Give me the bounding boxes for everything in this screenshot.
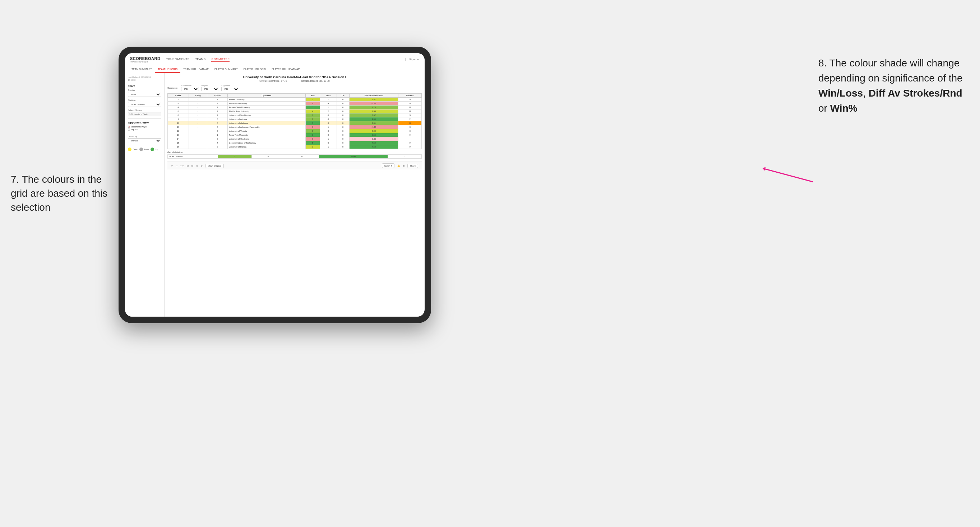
division-select[interactable]: NCAA Division I: [128, 102, 161, 107]
radio-dot-2: [128, 129, 130, 131]
colour-legend: Down Level Up: [128, 148, 161, 151]
out-of-division-table: NCAA Division II 1 0 0 26.00 3: [167, 154, 422, 159]
nav-committee[interactable]: COMMITTEE: [211, 57, 229, 62]
subnav-team-h2h-heatmap[interactable]: TEAM H2H HEATMAP: [180, 66, 212, 73]
table-row: 6 - 2 Florida State University 4 2 0 1.8…: [168, 110, 422, 113]
division-label: Division: [128, 99, 161, 101]
col-conf: # Conf: [207, 94, 228, 98]
legend-down-dot: [128, 148, 132, 151]
colour-by-select[interactable]: Win/loss: [128, 138, 161, 143]
table-row: 8 - 2 University of Washington 1 0 0 3.6…: [168, 113, 422, 117]
radio-group: Opponents Played Top 100: [128, 125, 161, 131]
col-rounds: Rounds: [398, 94, 422, 98]
col-diff: Diff Av Strokes/Rnd: [349, 94, 398, 98]
main-content: Last Updated: 27/03/2024 16:55:38 Team G…: [125, 73, 425, 317]
logo-sub: Powered by clippd: [130, 61, 160, 63]
table-row: 15 - 4 Georgia Institute of Technology 5…: [168, 141, 422, 145]
table-row: 9 - 3 University of Arizona 1 0 0 9.00 2: [168, 117, 422, 121]
arrow-right: [764, 168, 813, 183]
region-select[interactable]: (All): [201, 87, 219, 91]
arrow-right-head: [762, 166, 765, 170]
nav-items: TOURNAMENTS TEAMS COMMITTEE: [166, 57, 405, 62]
col-rank: # Rank: [168, 94, 189, 98]
app-header: SCOREBOARD Powered by clippd TOURNAMENTS…: [125, 53, 425, 66]
radio-top100[interactable]: Top 100: [128, 129, 161, 131]
table-row: 12 - 3 University of Virginia 1 0 0 2.33…: [168, 129, 422, 133]
logo-area: SCOREBOARD Powered by clippd: [130, 56, 160, 63]
school-label: School (Rank): [128, 109, 161, 111]
col-loss: Loss: [320, 94, 337, 98]
table-row: 13 - 1 Texas Tech University 3 0 0 5.56 …: [168, 133, 422, 137]
filters-row: Opponents: Conference (All) Region (All): [167, 84, 422, 91]
grid-area: University of North Carolina Head-to-Hea…: [164, 73, 425, 317]
h2h-table: # Rank # Reg # Conf Opponent Win Loss Ti…: [167, 93, 422, 149]
tablet-screen: SCOREBOARD Powered by clippd TOURNAMENTS…: [125, 53, 425, 317]
opponent-filter: Opponent (All): [221, 84, 239, 91]
share-btn[interactable]: Share: [407, 164, 418, 168]
conference-filter: Conference (All): [181, 84, 199, 91]
bottom-toolbar: ↩ ↪ ↩↩ ⊡ ⊟ ⊕ ⊘ View: Original Watch ▾ 👍 …: [167, 162, 422, 170]
out-of-division-row: NCAA Division II 1 0 0 26.00 3: [168, 155, 422, 159]
annotation-right: 8. The colour shade will change dependin…: [818, 56, 969, 116]
table-row: 4 - 1 Arizona State University 5 1 0 2.2…: [168, 106, 422, 110]
subnav-team-h2h-grid[interactable]: TEAM H2H GRID: [155, 66, 180, 73]
grid-records: Overall Record: 89 - 17 - 0 Division Rec…: [167, 80, 422, 82]
table-header-row: # Rank # Reg # Conf Opponent Win Loss Ti…: [168, 94, 422, 98]
subnav-team-summary[interactable]: TEAM SUMMARY: [129, 66, 155, 73]
opponent-select[interactable]: (All): [221, 87, 239, 91]
conference-select[interactable]: (All): [181, 87, 199, 91]
subnav-player-summary[interactable]: PLAYER SUMMARY: [212, 66, 241, 73]
table-row: 16 - 2 University of Florida 3 1 0 4.62 …: [168, 145, 422, 149]
legend-level-dot: [139, 148, 143, 151]
table-row: 14 - 2 University of Oklahoma 0 1 0 -1.0…: [168, 137, 422, 141]
subnav-player-h2h-grid[interactable]: PLAYER H2H GRID: [241, 66, 269, 73]
radio-opponents-played[interactable]: Opponents Played: [128, 125, 161, 128]
school-value: 1. University of Nort...: [128, 112, 161, 116]
opponents-label: Opponents:: [167, 87, 177, 89]
team-label: Team: [128, 84, 161, 87]
table-body: 2 - 1 Auburn University 2 1 0 1.67 9: [168, 98, 422, 149]
nav-tournaments[interactable]: TOURNAMENTS: [166, 57, 189, 62]
table-row: 3 - 2 Vanderbilt University 0 4 0 -2.29 …: [168, 102, 422, 106]
gender-select[interactable]: Men's: [128, 92, 161, 97]
out-of-division-header: Out of division: [167, 151, 422, 153]
radio-dot-1: [128, 125, 130, 128]
table-row: 11 - 6 University of Arkansas, Fayettevi…: [168, 125, 422, 129]
table-row-highlighted: 10 - 5 University of Alabama 3 0 0 2.61 …: [168, 121, 422, 125]
legend-up-dot: [151, 148, 154, 151]
col-opponent: Opponent: [228, 94, 306, 98]
watch-btn[interactable]: Watch ▾: [382, 163, 395, 168]
gender-label: Gender: [128, 89, 161, 91]
grid-title: University of North Carolina Head-to-Hea…: [167, 75, 422, 79]
region-filter: Region (All): [201, 84, 219, 91]
opponent-view-label: Opponent View: [128, 121, 161, 124]
colour-by-label: Colour by: [128, 135, 161, 138]
nav-teams[interactable]: TEAMS: [195, 57, 205, 62]
table-row: 2 - 1 Auburn University 2 1 0 1.67 9: [168, 98, 422, 102]
divider2: [128, 133, 161, 133]
sidebar: Last Updated: 27/03/2024 16:55:38 Team G…: [125, 73, 164, 317]
tablet-frame: SCOREBOARD Powered by clippd TOURNAMENTS…: [119, 47, 431, 323]
col-win: Win: [306, 94, 320, 98]
sign-out-link[interactable]: Sign out: [405, 58, 420, 61]
col-tie: Tie: [337, 94, 349, 98]
divider: [128, 119, 161, 119]
annotation-left: 7. The colours in the grid are based on …: [11, 172, 111, 215]
col-reg: # Reg: [189, 94, 207, 98]
view-original-btn[interactable]: View: Original: [205, 164, 224, 168]
logo-text: SCOREBOARD: [130, 56, 160, 61]
last-updated: Last Updated: 27/03/2024 16:55:38: [128, 76, 161, 81]
sub-nav: TEAM SUMMARY TEAM H2H GRID TEAM H2H HEAT…: [125, 66, 425, 73]
subnav-player-h2h-heatmap[interactable]: PLAYER H2H HEATMAP: [269, 66, 302, 73]
